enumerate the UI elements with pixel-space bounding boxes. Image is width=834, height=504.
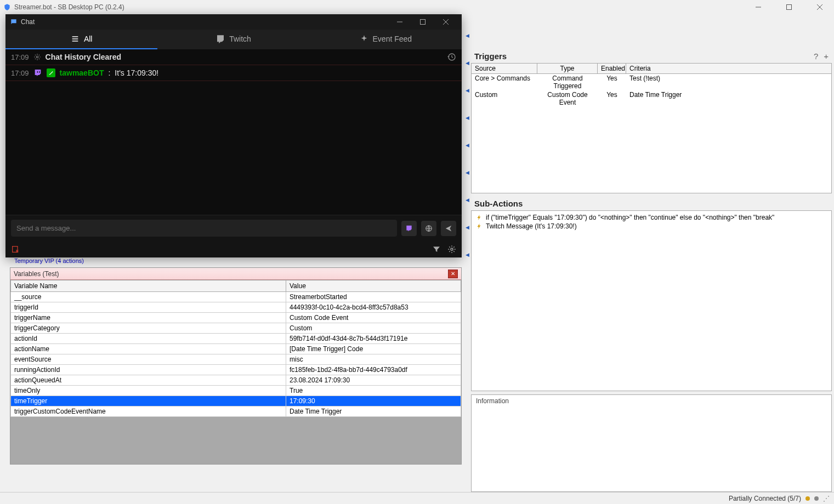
chat-clear-button[interactable] [11, 245, 20, 254]
connection-status: Partially Connected (5/7) [729, 495, 801, 502]
variables-col-name[interactable]: Variable Name [11, 280, 286, 292]
table-row[interactable]: timeOnlyTrue [11, 386, 461, 396]
bolt-icon [476, 223, 483, 230]
variable-name-cell: triggerId [11, 302, 286, 313]
variable-name-cell: triggerName [11, 313, 286, 323]
information-panel: Information [471, 394, 832, 492]
table-row[interactable]: triggerNameCustom Code Event [11, 313, 461, 323]
history-icon[interactable] [447, 53, 456, 61]
tab-twitch[interactable]: Twitch [157, 30, 309, 49]
chat-input[interactable] [11, 220, 397, 237]
table-row[interactable]: actionId59fb714f-d0df-43d4-8c7b-544d3f17… [11, 334, 461, 344]
tab-event-feed[interactable]: Event Feed [310, 30, 462, 49]
chat-username[interactable]: tawmaeBOT [60, 68, 104, 77]
trigger-type: Custom Code Event [537, 90, 598, 107]
variables-close-button[interactable]: ✕ [448, 270, 458, 278]
table-row[interactable]: actionName[Date Time Trigger] Code [11, 344, 461, 354]
triggers-columns: Source Type Enabled Criteria [472, 64, 831, 74]
trigger-type: Command Triggered [537, 74, 598, 90]
chat-titlebar[interactable]: Chat [5, 14, 462, 30]
tab-twitch-label: Twitch [229, 35, 251, 43]
send-icon [445, 225, 452, 232]
chat-input-row [5, 215, 462, 241]
col-type[interactable]: Type [537, 64, 598, 73]
chat-system-text: Chat History Cleared [46, 53, 121, 61]
list-icon [71, 35, 80, 43]
triggers-header: Triggers ? + [471, 49, 832, 63]
resize-grip-icon[interactable]: ⋰ [823, 495, 830, 502]
bolt-icon [476, 214, 483, 221]
table-row[interactable]: triggerId4449393f-0c10-4c2a-bcd4-8ff3c57… [11, 302, 461, 313]
chat-bottom-bar [5, 241, 462, 257]
chat-platform-button[interactable] [401, 221, 417, 236]
trigger-enabled: Yes [598, 74, 626, 90]
svg-point-5 [451, 248, 453, 250]
svg-rect-1 [421, 20, 425, 25]
subaction-item[interactable]: if ("timeTrigger" Equals "17:09:30") do … [472, 213, 831, 222]
table-row[interactable]: __sourceStreamerbotStarted [11, 292, 461, 302]
col-source[interactable]: Source [472, 64, 537, 73]
chat-body[interactable]: 17:09 Chat History Cleared 17:09 tawmaeB… [5, 49, 462, 215]
col-criteria[interactable]: Criteria [626, 64, 831, 73]
gear-icon [33, 53, 41, 61]
variable-name-cell: timeTrigger [11, 396, 286, 406]
main-title: Streamer.bot - SB Desktop PC (0.2.4) [14, 3, 124, 11]
app-icon [3, 3, 11, 11]
variable-value-cell: 59fb714f-d0df-43d4-8c7b-544d3f17191e [286, 334, 461, 344]
chat-maximize-button[interactable] [411, 15, 434, 29]
chat-minimize-button[interactable] [388, 15, 411, 29]
variable-value-cell: 4449393f-0c10-4c2a-bcd4-8ff3c57d8a53 [286, 302, 461, 313]
table-row[interactable]: runningActionIdfc185feb-1bd2-4f8a-bb7d-4… [11, 365, 461, 375]
table-row[interactable]: timeTrigger17:09:30 [11, 396, 461, 406]
chat-settings-button[interactable] [447, 245, 456, 254]
trigger-row[interactable]: Core > Commands Command Triggered Yes Te… [472, 74, 831, 90]
information-title: Information [476, 397, 509, 405]
globe-icon [425, 225, 433, 232]
col-enabled[interactable]: Enabled [598, 64, 626, 73]
chat-globe-button[interactable] [421, 221, 436, 236]
chat-filter-button[interactable] [432, 245, 441, 254]
variable-name-cell: actionQueuedAt [11, 375, 286, 386]
triggers-help-button[interactable]: ? [814, 51, 818, 61]
splitter-carets[interactable]: ◀◀◀◀◀◀◀◀◀ [466, 33, 469, 257]
action-list-item-peek[interactable]: Temporary VIP (4 actions) [14, 257, 84, 264]
variable-value-cell: Date Time Trigger [286, 406, 461, 417]
status-dot-icon [805, 496, 810, 501]
variables-header[interactable]: Variables (Test) ✕ [10, 268, 461, 280]
chat-close-button[interactable] [434, 15, 457, 29]
svg-point-2 [36, 56, 38, 58]
main-minimize-button[interactable] [747, 2, 769, 13]
variable-value-cell: fc185feb-1bd2-4f8a-bb7d-449c4793a0df [286, 365, 461, 375]
variable-name-cell: actionName [11, 344, 286, 354]
triggers-add-button[interactable]: + [824, 51, 829, 61]
triggers-title: Triggers [474, 51, 507, 61]
sparkle-icon [360, 35, 368, 43]
variable-value-cell: 23.08.2024 17:09:30 [286, 375, 461, 386]
clear-icon [11, 245, 20, 254]
variable-name-cell: triggerCategory [11, 323, 286, 334]
trigger-criteria: Test (!test) [626, 74, 831, 90]
variable-name-cell: actionId [11, 334, 286, 344]
twitch-icon [33, 68, 42, 77]
tab-all-label: All [84, 35, 93, 43]
main-maximize-button[interactable] [778, 2, 800, 13]
chat-send-button[interactable] [441, 221, 456, 236]
table-row[interactable]: triggerCategoryCustom [11, 323, 461, 334]
subaction-item[interactable]: Twitch Message (It's 17:09:30!) [472, 222, 831, 231]
subaction-text: if ("timeTrigger" Equals "17:09:30") do … [486, 214, 774, 221]
main-close-button[interactable] [809, 2, 831, 13]
subactions-panel[interactable]: if ("timeTrigger" Equals "17:09:30") do … [471, 210, 832, 391]
table-row[interactable]: actionQueuedAt23.08.2024 17:09:30 [11, 375, 461, 386]
variables-table[interactable]: Variable Name Value __sourceStreamerbotS… [10, 280, 461, 417]
chat-separator: : [108, 68, 110, 77]
trigger-row[interactable]: Custom Custom Code Event Yes Date Time T… [472, 90, 831, 107]
table-row[interactable]: eventSourcemisc [11, 354, 461, 365]
variable-value-cell: True [286, 386, 461, 396]
trigger-source: Core > Commands [472, 74, 537, 90]
variable-value-cell: 17:09:30 [286, 396, 461, 406]
variables-col-value[interactable]: Value [286, 280, 461, 292]
tab-all[interactable]: All [5, 30, 157, 49]
variable-value-cell: StreamerbotStarted [286, 292, 461, 302]
triggers-panel[interactable]: Source Type Enabled Criteria Core > Comm… [471, 63, 832, 193]
table-row[interactable]: triggerCustomCodeEventNameDate Time Trig… [11, 406, 461, 417]
